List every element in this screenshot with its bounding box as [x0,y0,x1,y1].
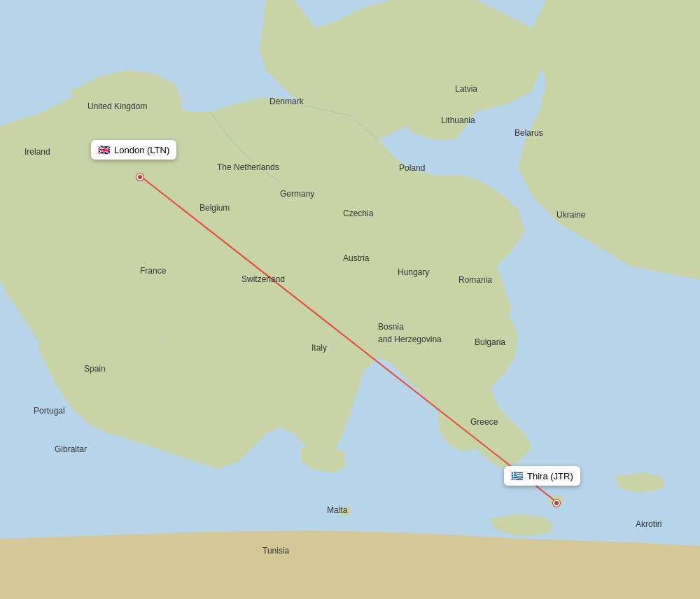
thira-dot [553,500,560,507]
uk-flag: 🇬🇧 [98,144,110,155]
thira-label-text: Thira (JTR) [527,471,573,481]
map-svg [0,0,700,599]
london-label: 🇬🇧 London (LTN) [91,140,176,160]
london-label-text: London (LTN) [114,145,169,155]
map-container: United Kingdom Ireland France Spain Port… [0,0,700,599]
greece-flag: 🇬🇷 [511,470,523,481]
thira-label: 🇬🇷 Thira (JTR) [504,466,580,486]
london-dot [136,174,144,181]
